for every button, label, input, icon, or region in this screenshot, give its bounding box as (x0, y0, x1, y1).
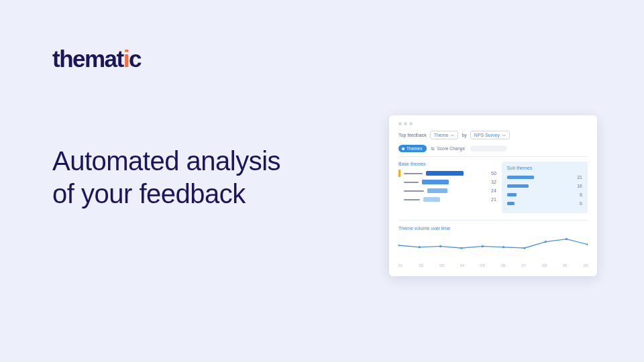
svg-point-3 (419, 246, 421, 248)
sub-theme-bar (507, 193, 517, 196)
window-dot (404, 122, 407, 125)
base-theme-row[interactable]: 24 (398, 188, 496, 194)
svg-point-10 (566, 238, 568, 240)
svg-point-5 (460, 247, 462, 249)
filter-label: Top feedback (398, 133, 427, 137)
x-tick: 10 (583, 263, 588, 267)
theme-value: 50 (487, 171, 496, 176)
x-tick: 08 (542, 263, 547, 267)
theme-value-bar (423, 197, 440, 202)
sub-theme-value: 21 (577, 175, 582, 180)
base-theme-row[interactable]: 21 (398, 196, 496, 202)
hero-line1: Automated analysis (52, 145, 280, 178)
sliders-icon (431, 147, 435, 151)
filter-by-label: by (462, 133, 466, 137)
window-dot (409, 122, 413, 125)
theme-label-skeleton (404, 182, 419, 183)
tab-row: Themes Score Change (398, 145, 588, 157)
x-tick: 07 (521, 263, 526, 267)
source-select[interactable]: NPS Survey (470, 131, 510, 139)
filter-bar: Top feedback Theme by NPS Survey (398, 131, 588, 139)
svg-point-9 (545, 241, 547, 243)
theme-marker (398, 170, 400, 177)
base-themes-title: Base themes (398, 162, 496, 166)
theme-value: 32 (487, 180, 496, 184)
sub-theme-row[interactable]: 6 (507, 200, 582, 206)
svg-point-4 (439, 245, 441, 247)
svg-point-0 (432, 147, 433, 148)
svg-point-6 (482, 245, 484, 247)
sub-theme-value: 16 (577, 184, 582, 188)
theme-label-skeleton (404, 190, 424, 192)
base-theme-row[interactable]: 32 (398, 179, 496, 185)
window-controls (398, 122, 588, 125)
sub-theme-row[interactable]: 21 (507, 174, 582, 180)
sub-theme-row[interactable]: 16 (507, 183, 582, 189)
x-tick: 09 (563, 263, 568, 267)
theme-value-bar (422, 180, 449, 184)
theme-select[interactable]: Theme (430, 131, 459, 139)
svg-point-2 (398, 244, 400, 246)
source-select-value: NPS Survey (474, 133, 500, 137)
theme-value-bar (427, 188, 447, 193)
volume-x-axis: 01020304050607080910 (398, 263, 588, 267)
sub-theme-bar (507, 184, 529, 188)
brand-suffix: c (129, 46, 141, 72)
svg-point-11 (586, 243, 588, 245)
x-tick: 03 (439, 263, 444, 267)
sub-theme-bar (507, 202, 515, 205)
brand-logo: thematic (52, 46, 141, 72)
hero-line2: of your feedback (52, 178, 280, 210)
theme-value: 24 (487, 188, 496, 193)
dashboard-preview-card: Top feedback Theme by NPS Survey Themes … (389, 115, 597, 276)
volume-chart-title: Theme volume over time (398, 226, 588, 231)
svg-point-7 (502, 246, 504, 248)
tab-score-change[interactable]: Score Change (431, 146, 465, 151)
base-theme-row[interactable]: 50 (398, 170, 496, 176)
sub-themes-panel: Sub themes 21 16 8 6 (502, 162, 588, 213)
theme-label-skeleton (404, 199, 420, 200)
sub-theme-row[interactable]: 8 (507, 192, 582, 198)
volume-chart: 01020304050607080910 (398, 235, 588, 267)
tab-themes-label: Themes (407, 146, 422, 151)
tab-placeholder (470, 145, 507, 152)
volume-chart-section: Theme volume over time 01020304050607080… (398, 220, 588, 267)
theme-panels: Base themes 50 32 24 (398, 162, 588, 213)
theme-select-value: Theme (434, 133, 449, 137)
window-dot (398, 122, 402, 125)
brand-accent: i (123, 46, 129, 72)
base-themes-panel: Base themes 50 32 24 (398, 162, 496, 213)
theme-value: 21 (487, 197, 496, 202)
sub-theme-value: 6 (580, 201, 582, 206)
svg-point-1 (433, 149, 434, 149)
x-tick: 02 (419, 263, 424, 267)
volume-line-chart (398, 235, 588, 261)
brand-prefix: themat (52, 46, 123, 72)
chevron-down-icon (502, 134, 506, 137)
x-tick: 01 (398, 263, 403, 267)
chevron-down-icon (451, 134, 454, 137)
tab-themes[interactable]: Themes (398, 145, 427, 152)
x-tick: 04 (460, 263, 465, 267)
svg-point-8 (523, 247, 525, 249)
x-tick: 05 (480, 263, 485, 267)
theme-value-bar (426, 171, 464, 176)
sub-theme-bar (507, 176, 534, 179)
hero-headline: Automated analysis of your feedback (52, 145, 280, 210)
theme-label-skeleton (404, 173, 423, 174)
sub-theme-value: 8 (580, 192, 582, 197)
x-tick: 06 (501, 263, 506, 267)
tab-active-dot-icon (402, 147, 405, 150)
tab-score-change-label: Score Change (437, 146, 465, 151)
sub-themes-title: Sub themes (507, 166, 582, 170)
